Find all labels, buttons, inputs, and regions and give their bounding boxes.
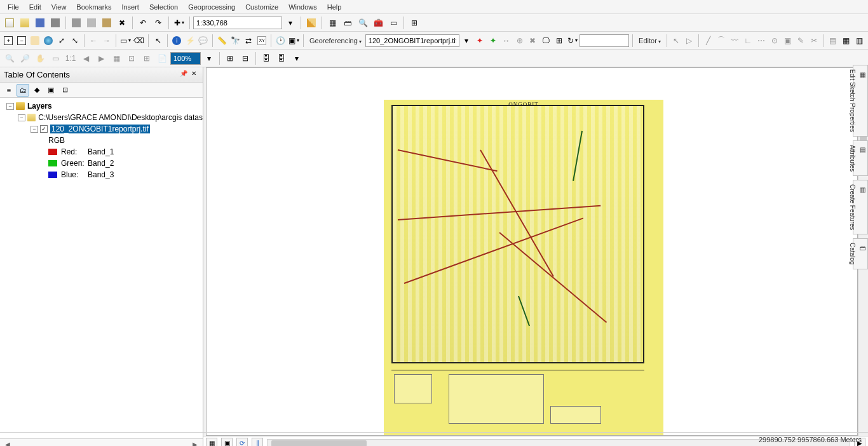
- catalog-button[interactable]: 🗃: [341, 16, 355, 30]
- editor-menu[interactable]: Editor▾: [636, 37, 663, 44]
- data-driven-pages-button[interactable]: 📄: [155, 51, 169, 65]
- select-features-button[interactable]: ▭▾: [119, 34, 132, 48]
- html-popup-button[interactable]: 💬: [197, 34, 209, 48]
- auto-registration-button[interactable]: ✦: [487, 34, 499, 48]
- goto-xy-button[interactable]: XY: [256, 34, 268, 48]
- pin-button[interactable]: 📌: [179, 70, 189, 80]
- fixed-zoom-in-button[interactable]: ⤢: [55, 34, 67, 48]
- find-route-button[interactable]: ⇄: [243, 34, 255, 48]
- list-by-drawing-order-button[interactable]: ≡: [3, 84, 15, 97]
- list-by-source-button[interactable]: 🗂: [17, 84, 29, 97]
- undo-button[interactable]: ↶: [136, 16, 150, 30]
- toc-button[interactable]: ▦: [325, 16, 339, 30]
- paste-button[interactable]: [100, 16, 114, 30]
- menu-bookmarks[interactable]: Bookmarks: [71, 2, 116, 12]
- arctoolbox-button[interactable]: 🧰: [371, 16, 385, 30]
- edit-annotation-button[interactable]: ▷: [684, 34, 696, 48]
- swipe-button[interactable]: ⊟: [238, 51, 252, 65]
- layer-visibility-checkbox[interactable]: ✓: [40, 125, 48, 133]
- save-button[interactable]: [33, 16, 47, 30]
- model-builder-button[interactable]: ⊞: [407, 16, 421, 30]
- toggle-draft-button[interactable]: ▦: [109, 51, 123, 65]
- cut-button[interactable]: [69, 16, 83, 30]
- straight-segment-button[interactable]: ╱: [702, 34, 714, 48]
- select-link-button[interactable]: ↔: [500, 34, 512, 48]
- measure-button[interactable]: 📏: [216, 34, 228, 48]
- menu-geoprocessing[interactable]: Geoprocessing: [183, 2, 240, 12]
- add-control-points-button[interactable]: ✦: [474, 34, 486, 48]
- side-tab-edit-sketch-properties[interactable]: ▦Edit Sketch Properties: [853, 65, 868, 137]
- zoom-link-button[interactable]: ⊕: [513, 34, 526, 48]
- print-button[interactable]: [48, 16, 62, 30]
- zoom-100-button[interactable]: 1:1: [64, 51, 78, 65]
- new-button[interactable]: [3, 16, 17, 30]
- collapse-icon[interactable]: −: [31, 126, 38, 133]
- menu-view[interactable]: View: [46, 2, 72, 12]
- redo-button[interactable]: ↷: [151, 16, 165, 30]
- side-tab-create-features[interactable]: ▥Create Features: [853, 180, 868, 234]
- zoom-out-button[interactable]: [16, 34, 28, 48]
- open-button[interactable]: [18, 16, 32, 30]
- prev-extent-button[interactable]: ←: [88, 34, 100, 48]
- reshape-button[interactable]: ✎: [795, 34, 807, 48]
- delete-button[interactable]: ✖: [115, 16, 129, 30]
- identify-button[interactable]: i: [171, 34, 183, 48]
- fixed-zoom-out-button[interactable]: ⤡: [69, 34, 81, 48]
- edit-tool-button[interactable]: ↖: [670, 34, 682, 48]
- hyperlink-button[interactable]: ⚡: [184, 34, 196, 48]
- rotation-input[interactable]: [580, 34, 629, 47]
- geodatabase-button[interactable]: 🗄: [259, 51, 273, 65]
- viewer-button[interactable]: 🖵: [540, 34, 552, 48]
- zoom-percent-dropdown[interactable]: ▾: [202, 51, 216, 65]
- sketch-properties-button[interactable]: ▦: [840, 34, 852, 48]
- add-data-button[interactable]: ✚▾: [172, 16, 186, 30]
- time-slider-button[interactable]: 🕑: [275, 34, 287, 48]
- tree-layer-item[interactable]: − ✓ 120_2ONGOBIT1reportprj.tif: [0, 123, 203, 135]
- rotate-button[interactable]: ↻▾: [566, 34, 578, 48]
- list-by-selection-button[interactable]: ▣: [44, 84, 57, 97]
- layout-zoom-out-button[interactable]: 🔎: [18, 51, 32, 65]
- trace-button[interactable]: 〰: [729, 34, 741, 48]
- zoom-percent-input[interactable]: [170, 52, 201, 65]
- full-extent-button[interactable]: [42, 34, 54, 48]
- change-layout-button[interactable]: ⊞: [140, 51, 154, 65]
- search-window-button[interactable]: 🔍: [356, 16, 370, 30]
- editor-toolbar-button[interactable]: [304, 16, 318, 30]
- layout-prev-button[interactable]: ◀: [79, 51, 93, 65]
- zoom-whole-page-button[interactable]: ▭: [48, 51, 62, 65]
- copy-button[interactable]: [85, 16, 98, 30]
- create-features-button[interactable]: ▥: [853, 34, 865, 48]
- layout-zoom-in-button[interactable]: 🔍: [3, 51, 17, 65]
- end-point-arc-button[interactable]: ⌒: [715, 34, 728, 48]
- menu-insert[interactable]: Insert: [116, 2, 144, 12]
- menu-selection[interactable]: Selection: [144, 2, 183, 12]
- georef-layer-dropdown[interactable]: ▾: [461, 34, 473, 48]
- menu-edit[interactable]: Edit: [24, 2, 46, 12]
- list-by-visibility-button[interactable]: ◆: [31, 84, 43, 97]
- cut-polygons-button[interactable]: ✂: [808, 34, 820, 48]
- clear-selection-button[interactable]: ⌫: [133, 34, 145, 48]
- close-button[interactable]: ✕: [189, 70, 199, 80]
- delete-link-button[interactable]: ✖: [527, 34, 539, 48]
- menu-customize[interactable]: Customize: [240, 2, 283, 12]
- collapse-icon[interactable]: −: [18, 114, 25, 121]
- tree-root-layers[interactable]: − Layers: [0, 100, 203, 112]
- zoom-in-button[interactable]: [3, 34, 15, 48]
- map-scale-input[interactable]: [193, 17, 282, 29]
- geodatabase-history-button[interactable]: 🗄: [275, 51, 288, 65]
- select-elements-button[interactable]: ↖: [152, 34, 164, 48]
- edit-vertices-button[interactable]: ▣: [782, 34, 794, 48]
- side-tab-catalog[interactable]: 🗃Catalog: [853, 238, 868, 269]
- layout-next-button[interactable]: ▶: [94, 51, 108, 65]
- georeferencing-menu[interactable]: Georeferencing▾: [307, 37, 364, 44]
- python-button[interactable]: ▭: [386, 16, 400, 30]
- create-viewer-button[interactable]: ▣▾: [288, 34, 300, 48]
- scale-dropdown-button[interactable]: ▾: [283, 16, 297, 30]
- link-table-button[interactable]: ⊞: [553, 34, 566, 48]
- focus-data-frame-button[interactable]: ⊡: [125, 51, 139, 65]
- menu-windows[interactable]: Windows: [283, 2, 322, 12]
- toolbar-options-button[interactable]: ▾: [290, 51, 304, 65]
- right-angle-button[interactable]: ∟: [742, 34, 754, 48]
- pan-button[interactable]: [29, 34, 41, 48]
- menu-help[interactable]: Help: [322, 2, 347, 12]
